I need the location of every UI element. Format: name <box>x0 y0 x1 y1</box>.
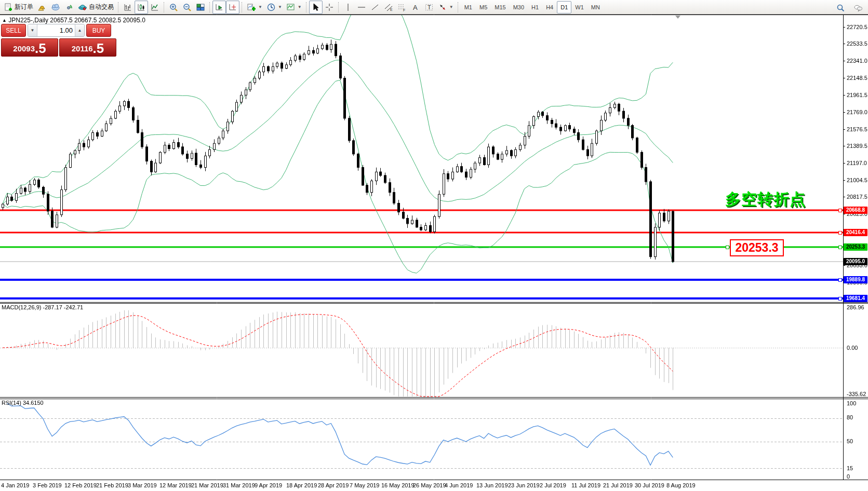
timeframe-d1[interactable]: D1 <box>557 1 571 13</box>
date-axis-label: 13 Jun 2019 <box>476 482 508 488</box>
trendline-icon <box>370 3 380 12</box>
candles-icon <box>137 3 146 12</box>
volume-decrease-button[interactable]: ▼ <box>28 24 37 36</box>
toolbar-separator <box>338 2 339 12</box>
date-axis-label: 4 Jun 2019 <box>445 482 473 488</box>
candle-chart-button[interactable] <box>135 1 148 14</box>
search-button[interactable] <box>834 1 847 15</box>
volume-input[interactable] <box>37 24 75 36</box>
chart-shift-marker-icon[interactable] <box>675 16 680 19</box>
price-level-tag[interactable]: 20668.8 <box>844 207 867 214</box>
date-axis-label: 21 Mar 2019 <box>191 482 223 488</box>
line-anchor-handle[interactable] <box>838 231 842 235</box>
arrows-button[interactable]: ▼ <box>436 1 456 14</box>
chevron-down-icon[interactable]: ▼ <box>278 5 282 9</box>
sell-price-panel[interactable]: 20093 .5 <box>1 38 58 57</box>
chat-button[interactable] <box>851 1 865 15</box>
price-box-annotation[interactable]: 20253.3 <box>730 239 784 256</box>
label-button[interactable]: T <box>422 1 436 14</box>
date-axis-label: 21 Feb 2019 <box>96 482 128 488</box>
gold-icon <box>37 3 47 12</box>
data-window-button[interactable] <box>49 1 62 14</box>
chevron-down-icon[interactable]: ▼ <box>258 5 262 9</box>
new-order-button[interactable]: 新订单 <box>2 1 35 14</box>
text-a-icon: A <box>411 3 420 12</box>
line-anchor-handle[interactable] <box>838 209 842 212</box>
auto-scroll-button[interactable] <box>212 1 226 14</box>
bar-chart-button[interactable] <box>121 1 135 14</box>
price-axis-tick <box>843 180 845 181</box>
price-axis-label: 21769.0 <box>847 109 867 115</box>
line-anchor-handle[interactable] <box>838 246 842 249</box>
zoom-out-button[interactable] <box>180 1 194 14</box>
sell-button[interactable]: SELL <box>1 24 26 37</box>
zoom-out-icon <box>182 3 192 12</box>
timeframe-h1[interactable]: H1 <box>528 1 542 13</box>
vline-icon <box>343 3 353 12</box>
macd-axis-label: -335.62 <box>847 391 866 397</box>
rsi-indicator-label: RSI(14) 34.6150 <box>2 400 44 406</box>
price-level-tag[interactable]: 19681.4 <box>844 295 867 302</box>
price-axis-label: 21389.5 <box>847 143 867 149</box>
timeframe-m5[interactable]: M5 <box>476 1 491 13</box>
one-click-trade-panel: SELL ▼ ▲ BUY 20093 .5 20116 .5 <box>1 24 116 57</box>
broadcast-button[interactable] <box>62 1 76 14</box>
channel-button[interactable]: E <box>382 1 395 14</box>
timeframe-mn[interactable]: MN <box>587 1 604 13</box>
date-axis-label: 23 Jun 2019 <box>508 482 540 488</box>
price-level-tag[interactable]: 20095.0 <box>844 258 867 265</box>
line-chart-button[interactable] <box>148 1 162 14</box>
line-anchor-handle[interactable] <box>838 278 842 282</box>
timeframe-m30[interactable]: M30 <box>510 1 528 13</box>
chevron-down-icon[interactable]: ▼ <box>449 5 453 9</box>
rsi-axis-label: 50 <box>847 438 853 444</box>
price-axis-label: 20817.5 <box>847 194 867 200</box>
date-axis-label: 16 May 2019 <box>381 482 415 488</box>
zoom-in-button[interactable] <box>167 1 180 14</box>
algo-trading-button[interactable]: 自动交易 <box>76 1 116 14</box>
price-axis-tick <box>843 78 845 78</box>
text-button[interactable]: A <box>409 1 422 14</box>
crosshair-button[interactable] <box>323 1 336 14</box>
timeframe-h4[interactable]: H4 <box>542 1 557 13</box>
fibonacci-button[interactable]: F <box>395 1 409 14</box>
timeframe-m1[interactable]: M1 <box>461 1 476 13</box>
trendline-button[interactable] <box>368 1 382 14</box>
price-axis-label: 22341.0 <box>847 58 867 64</box>
turning-point-annotation[interactable]: 多空转折点 <box>725 189 806 210</box>
period-button[interactable]: ▼ <box>264 1 284 14</box>
date-axis-label: 18 Apr 2019 <box>286 482 317 488</box>
chart-shift-button[interactable] <box>226 1 239 14</box>
tiles-icon <box>196 3 205 12</box>
line-anchor-handle[interactable] <box>726 246 729 249</box>
timeframe-w1[interactable]: W1 <box>571 1 587 13</box>
vline-button[interactable] <box>341 1 355 14</box>
trading-platform-window: 新订单自动交易▼▼▼EFAT▼M1M5M15M30H1H4D1W1MN ▲ JP… <box>0 0 868 491</box>
algo-trading-button-label: 自动交易 <box>89 3 114 11</box>
cursor-button[interactable] <box>309 1 323 14</box>
date-axis-label: 30 Jul 2019 <box>635 482 664 488</box>
main-toolbar: 新订单自动交易▼▼▼EFAT▼M1M5M15M30H1H4D1W1MN <box>0 0 868 15</box>
timeframe-m15[interactable]: M15 <box>491 1 509 13</box>
price-level-tag[interactable]: 19889.8 <box>844 276 867 283</box>
line-anchor-handle[interactable] <box>838 297 842 301</box>
toolbar-separator <box>164 2 165 12</box>
price-level-tag[interactable]: 20253.3 <box>844 243 867 251</box>
price-axis-tick <box>843 44 845 44</box>
template-button[interactable]: ▼ <box>284 1 304 14</box>
price-axis-label: 21197.0 <box>847 160 867 166</box>
volume-increase-button[interactable]: ▲ <box>75 24 84 36</box>
algo-icon <box>78 3 87 12</box>
tile-windows-button[interactable] <box>194 1 207 14</box>
template-icon <box>286 3 296 12</box>
hline-button[interactable] <box>355 1 368 14</box>
svg-text:F: F <box>403 8 405 12</box>
price-axis-label: 21961.5 <box>847 92 867 98</box>
depth-of-market-button[interactable] <box>35 1 49 14</box>
indicators-button[interactable]: ▼ <box>245 1 264 14</box>
buy-price-panel[interactable]: 20116 .5 <box>59 38 116 57</box>
buy-button[interactable]: BUY <box>86 24 111 37</box>
price-level-tag[interactable]: 20416.4 <box>844 229 867 236</box>
collapse-panel-icon[interactable]: ▲ <box>2 18 7 23</box>
chevron-down-icon[interactable]: ▼ <box>298 5 302 9</box>
